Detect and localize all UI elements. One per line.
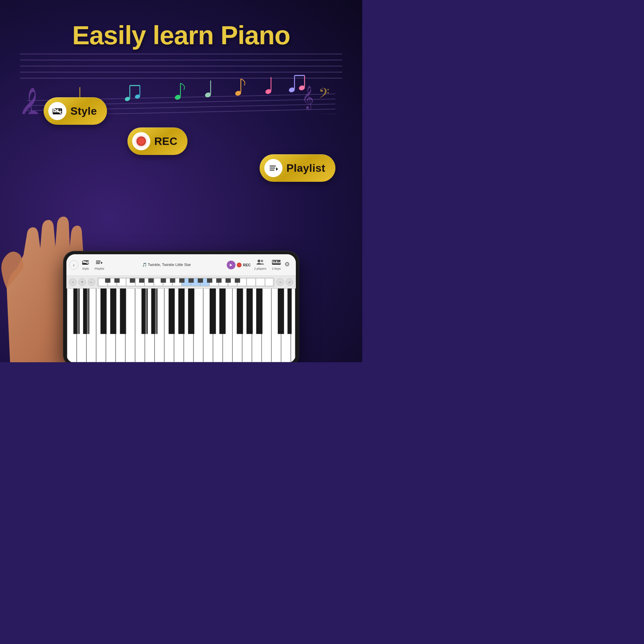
- phone-wrapper: ‹: [64, 252, 299, 362]
- minus-button[interactable]: −: [69, 278, 76, 286]
- svg-rect-87: [247, 278, 255, 286]
- svg-rect-67: [275, 261, 276, 263]
- left-arrow-icon: ←: [90, 280, 94, 284]
- svg-rect-144: [278, 288, 284, 334]
- key-range-bar: − + ← /* keys rendered bel: [66, 276, 296, 288]
- left-arrow-button[interactable]: ←: [88, 278, 95, 286]
- svg-rect-98: [189, 278, 194, 283]
- right-arrow-icon: →: [278, 280, 282, 284]
- svg-rect-152: [126, 288, 127, 362]
- current-song: 🎵 Twinkle, Twinkle Little Star: [108, 263, 226, 267]
- svg-rect-100: [207, 278, 212, 283]
- phone-screen: ‹: [66, 254, 296, 362]
- svg-rect-149: [97, 288, 98, 362]
- back-icon: ‹: [73, 262, 75, 268]
- two-keys[interactable]: 2 keys: [270, 259, 283, 270]
- toolbar-style-icon: [82, 259, 89, 266]
- svg-rect-103: [235, 278, 240, 283]
- svg-rect-93: [139, 278, 145, 283]
- playlist-icon-circle: [264, 159, 282, 177]
- svg-rect-131: [101, 288, 107, 334]
- phone-toolbar: ‹: [66, 254, 296, 276]
- svg-rect-138: [188, 288, 195, 334]
- svg-rect-137: [178, 288, 185, 334]
- svg-rect-96: [170, 278, 175, 283]
- svg-rect-148: [87, 288, 89, 362]
- svg-rect-90: [105, 278, 110, 283]
- back-button[interactable]: ‹: [69, 260, 78, 270]
- playlist-label: Playlist: [286, 162, 325, 174]
- piano-range-display: /* keys rendered below */: [97, 278, 274, 286]
- piano-keyboard[interactable]: [66, 288, 296, 362]
- svg-rect-36: [59, 109, 60, 111]
- settings-button[interactable]: ⚙: [284, 261, 293, 269]
- svg-rect-142: [247, 288, 253, 334]
- rec-button[interactable]: REC: [127, 127, 187, 155]
- players-label: 2 players: [254, 267, 266, 270]
- svg-point-58: [261, 260, 263, 262]
- svg-rect-151: [116, 288, 118, 362]
- svg-rect-136: [169, 288, 175, 334]
- staff-lines: [20, 54, 342, 80]
- expand-button[interactable]: ⤢: [286, 278, 293, 286]
- piano-style-icon: [52, 106, 63, 116]
- svg-rect-95: [161, 278, 166, 283]
- svg-rect-146: [67, 288, 69, 362]
- svg-rect-99: [198, 278, 203, 283]
- svg-rect-69: [279, 261, 280, 263]
- phone-mockup: ‹: [64, 252, 299, 362]
- plus-button[interactable]: +: [78, 278, 86, 286]
- rec-icon-circle: [132, 132, 150, 150]
- keys-label: 2 keys: [272, 267, 281, 270]
- expand-icon: ⤢: [288, 280, 291, 284]
- toolbar-style-label: Style: [82, 267, 89, 270]
- svg-rect-68: [278, 261, 279, 263]
- svg-rect-150: [106, 288, 108, 362]
- rec-label: REC: [154, 135, 177, 148]
- svg-rect-89: [265, 278, 273, 286]
- keys-icon: [272, 259, 281, 266]
- style-button[interactable]: Style: [44, 97, 107, 125]
- svg-rect-65: [280, 261, 281, 264]
- toolbar-style[interactable]: Style: [80, 259, 91, 270]
- style-icon-circle: [48, 102, 66, 120]
- svg-rect-94: [148, 278, 154, 283]
- main-title: Easily learn Piano: [0, 20, 362, 51]
- svg-rect-140: [219, 288, 226, 334]
- svg-rect-66: [274, 261, 275, 263]
- two-players[interactable]: 2 players: [252, 259, 268, 270]
- svg-rect-132: [110, 288, 117, 334]
- toolbar-playlist-icon: [96, 259, 103, 266]
- svg-rect-88: [256, 278, 265, 286]
- svg-rect-101: [216, 278, 222, 283]
- svg-rect-139: [210, 288, 216, 334]
- svg-rect-147: [77, 288, 79, 362]
- rec-indicator: [237, 263, 241, 267]
- svg-rect-51: [87, 261, 87, 262]
- play-button[interactable]: ▶: [227, 261, 235, 269]
- svg-rect-60: [273, 261, 274, 264]
- svg-rect-155: [155, 288, 157, 362]
- svg-marker-42: [276, 167, 278, 171]
- play-icon: ▶: [230, 263, 232, 267]
- svg-rect-156: [165, 288, 166, 362]
- playlist-button[interactable]: Playlist: [260, 154, 335, 182]
- svg-rect-118: [194, 288, 203, 362]
- svg-marker-56: [101, 262, 103, 264]
- toolbar-playlist[interactable]: Playlist: [93, 259, 106, 270]
- svg-rect-97: [179, 278, 184, 283]
- svg-rect-48: [88, 261, 89, 263]
- toolbar-rec[interactable]: REC: [237, 263, 251, 267]
- svg-point-57: [258, 260, 260, 262]
- svg-rect-143: [256, 288, 263, 334]
- svg-rect-91: [114, 278, 120, 283]
- playlist-icon: [268, 163, 279, 173]
- svg-rect-157: [174, 288, 176, 362]
- players-icon: [256, 259, 264, 266]
- svg-rect-125: [262, 288, 271, 362]
- svg-rect-145: [287, 288, 291, 334]
- svg-rect-154: [145, 288, 147, 362]
- svg-rect-141: [237, 288, 243, 334]
- rec-dot-icon: [137, 137, 146, 146]
- right-arrow-button[interactable]: →: [276, 278, 284, 286]
